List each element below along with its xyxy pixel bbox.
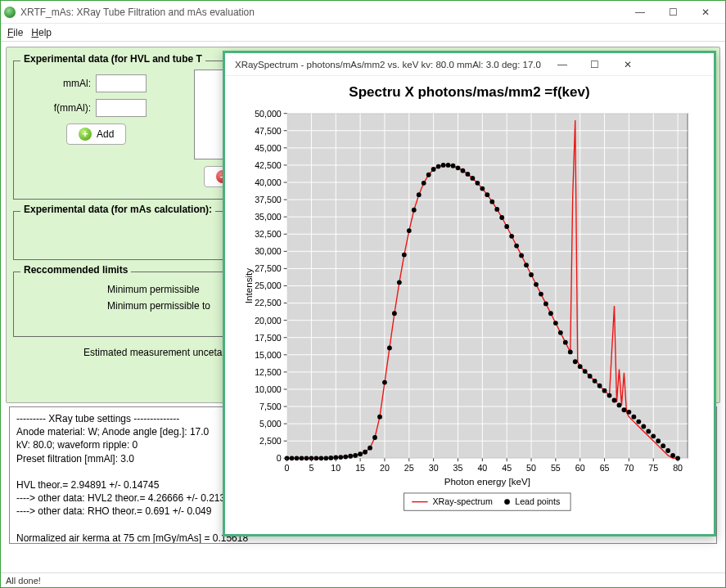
- chart-content: Spectru X photons/mas/mm2 =f(kev) 051015…: [225, 76, 714, 534]
- menu-help[interactable]: Help: [31, 27, 52, 38]
- svg-point-109: [627, 410, 632, 415]
- minimize-button[interactable]: —: [624, 2, 656, 22]
- svg-point-83: [499, 215, 504, 220]
- svg-text:50,000: 50,000: [255, 109, 282, 119]
- svg-text:30: 30: [429, 463, 439, 473]
- svg-point-58: [377, 415, 382, 420]
- svg-text:Photon energy [keV]: Photon energy [keV]: [444, 476, 530, 487]
- svg-point-51: [343, 455, 348, 460]
- svg-point-100: [583, 369, 588, 374]
- svg-point-112: [641, 424, 646, 429]
- svg-text:50: 50: [526, 463, 536, 473]
- svg-point-50: [338, 455, 343, 460]
- main-window-title: XRTF_mAs: XRay Tube Filtration and mAs e…: [20, 7, 624, 18]
- chart-title: Spectru X photons/mas/mm2 =f(kev): [225, 84, 714, 101]
- svg-point-86: [514, 244, 519, 249]
- svg-point-69: [431, 167, 436, 172]
- svg-text:5: 5: [309, 463, 313, 473]
- svg-point-82: [494, 207, 499, 212]
- svg-point-111: [636, 420, 641, 424]
- svg-point-45: [313, 456, 318, 460]
- svg-text:60: 60: [575, 463, 585, 473]
- chart-window[interactable]: XRaySpectrum - photons/mAs/mm2 vs. keV k…: [223, 51, 716, 536]
- svg-point-46: [318, 456, 323, 460]
- svg-point-41: [295, 456, 300, 460]
- legend-mas: Experimental data (for mAs calculation):: [20, 204, 215, 215]
- svg-point-40: [290, 456, 295, 460]
- add-button[interactable]: + Add: [66, 123, 126, 145]
- chart-close-button[interactable]: ✕: [611, 55, 644, 74]
- svg-text:35,000: 35,000: [255, 212, 282, 222]
- svg-point-101: [588, 374, 593, 379]
- svg-point-73: [451, 164, 456, 168]
- chart-window-title: XRaySpectrum - photons/mAs/mm2 vs. keV k…: [235, 60, 541, 70]
- svg-text:70: 70: [624, 463, 634, 473]
- svg-point-113: [646, 429, 651, 434]
- menubar: File Help: [1, 24, 725, 42]
- svg-text:40: 40: [477, 463, 487, 473]
- chart-minimize-button[interactable]: —: [546, 55, 579, 74]
- svg-point-75: [461, 168, 466, 173]
- maximize-button[interactable]: ☐: [656, 2, 689, 22]
- svg-point-95: [558, 330, 563, 335]
- svg-text:37,500: 37,500: [255, 195, 282, 204]
- svg-point-118: [670, 453, 675, 458]
- svg-text:22,500: 22,500: [255, 298, 282, 307]
- svg-point-59: [382, 380, 387, 385]
- svg-point-93: [548, 311, 553, 316]
- svg-point-57: [372, 435, 377, 440]
- svg-text:20,000: 20,000: [255, 316, 282, 325]
- plus-icon: +: [79, 128, 92, 141]
- close-button[interactable]: ✕: [689, 2, 722, 22]
- fmmal-input[interactable]: [96, 99, 147, 117]
- svg-text:55: 55: [551, 463, 561, 473]
- svg-point-94: [553, 321, 558, 325]
- chart-titlebar[interactable]: XRaySpectrum - photons/mAs/mm2 vs. keV k…: [225, 53, 714, 76]
- svg-point-91: [539, 292, 543, 297]
- svg-text:15: 15: [355, 463, 365, 473]
- svg-text:7,500: 7,500: [259, 402, 282, 411]
- svg-point-104: [602, 388, 607, 393]
- mmal-input[interactable]: [96, 74, 147, 92]
- svg-point-42: [300, 456, 304, 460]
- statusbar: All done!: [1, 572, 725, 587]
- svg-text:17,500: 17,500: [255, 333, 282, 343]
- svg-point-107: [617, 402, 622, 407]
- svg-point-96: [563, 340, 568, 345]
- svg-point-84: [504, 224, 509, 229]
- svg-point-54: [358, 451, 363, 456]
- svg-point-80: [485, 192, 489, 197]
- svg-point-77: [470, 176, 475, 181]
- svg-point-89: [529, 272, 534, 277]
- svg-text:Intensity: Intensity: [243, 268, 254, 303]
- legend-limits: Reccommended limits: [20, 264, 131, 276]
- svg-point-81: [489, 200, 494, 204]
- svg-text:25,000: 25,000: [255, 281, 282, 290]
- svg-point-103: [597, 384, 602, 388]
- svg-text:30,000: 30,000: [255, 246, 282, 256]
- legend-hvl: Experimental data (for HVL and tube T: [20, 53, 205, 65]
- svg-text:35: 35: [453, 463, 463, 473]
- svg-point-108: [622, 407, 627, 412]
- svg-text:0: 0: [285, 463, 290, 473]
- svg-point-116: [661, 443, 665, 448]
- svg-text:XRay-spectrum: XRay-spectrum: [432, 496, 493, 506]
- svg-text:45: 45: [502, 463, 512, 473]
- svg-text:75: 75: [648, 463, 658, 473]
- svg-text:42,500: 42,500: [255, 160, 282, 170]
- chart-maximize-button[interactable]: ☐: [579, 55, 611, 74]
- svg-point-47: [323, 456, 328, 460]
- svg-text:40,000: 40,000: [255, 177, 282, 187]
- svg-point-56: [368, 446, 372, 451]
- svg-text:27,500: 27,500: [255, 263, 282, 273]
- main-titlebar[interactable]: XRTF_mAs: XRay Tube Filtration and mAs e…: [1, 1, 725, 24]
- menu-file[interactable]: File: [7, 27, 23, 38]
- svg-point-70: [436, 164, 441, 169]
- svg-point-90: [534, 282, 539, 287]
- svg-point-53: [353, 453, 358, 458]
- add-button-label: Add: [97, 128, 114, 140]
- svg-point-52: [348, 454, 353, 459]
- svg-text:12,500: 12,500: [255, 367, 282, 377]
- svg-text:0: 0: [277, 453, 282, 463]
- svg-point-88: [524, 263, 529, 267]
